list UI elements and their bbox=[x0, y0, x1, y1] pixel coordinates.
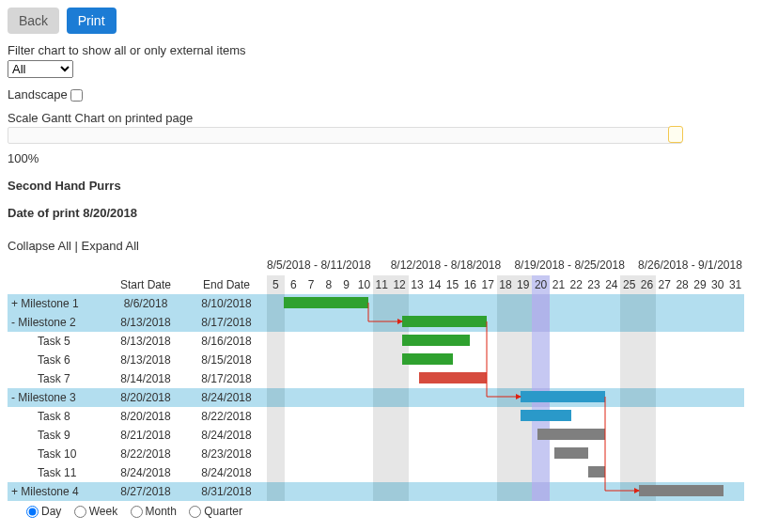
landscape-label: Landscape bbox=[8, 87, 68, 102]
day-header: 31 bbox=[726, 275, 744, 294]
gantt-bar[interactable] bbox=[537, 429, 605, 440]
gantt-bar[interactable] bbox=[521, 391, 605, 402]
scale-slider[interactable] bbox=[8, 127, 682, 144]
gantt-bar[interactable] bbox=[402, 316, 487, 327]
radio-day[interactable]: Day bbox=[26, 505, 61, 518]
print-date: Date of print 8/20/2018 bbox=[8, 206, 770, 220]
gantt-bar[interactable] bbox=[402, 335, 470, 346]
gantt-bar[interactable] bbox=[521, 410, 571, 421]
radio-week[interactable]: Week bbox=[74, 505, 117, 518]
gantt-bar[interactable] bbox=[639, 485, 724, 496]
filter-label: Filter chart to show all or only externa… bbox=[8, 43, 770, 57]
project-title: Second Hand Purrs bbox=[8, 179, 770, 193]
gantt-bar[interactable] bbox=[284, 297, 368, 308]
radio-month[interactable]: Month bbox=[131, 505, 177, 518]
dependency-lines bbox=[8, 239, 724, 502]
scale-label: Scale Gantt Chart on printed page bbox=[8, 111, 770, 125]
gantt-bar[interactable] bbox=[402, 353, 453, 365]
print-button[interactable]: Print bbox=[67, 8, 117, 34]
filter-select[interactable]: All bbox=[8, 60, 73, 78]
scale-value: 100% bbox=[8, 151, 770, 165]
scale-radios: Day Week Month Quarter bbox=[8, 505, 770, 518]
gantt-bar[interactable] bbox=[419, 372, 487, 383]
landscape-checkbox[interactable] bbox=[70, 89, 83, 102]
gantt-bar[interactable] bbox=[588, 466, 605, 477]
radio-quarter[interactable]: Quarter bbox=[189, 505, 242, 518]
gantt-bar[interactable] bbox=[554, 447, 588, 459]
back-button[interactable]: Back bbox=[8, 8, 59, 34]
scale-slider-handle[interactable] bbox=[668, 126, 683, 143]
